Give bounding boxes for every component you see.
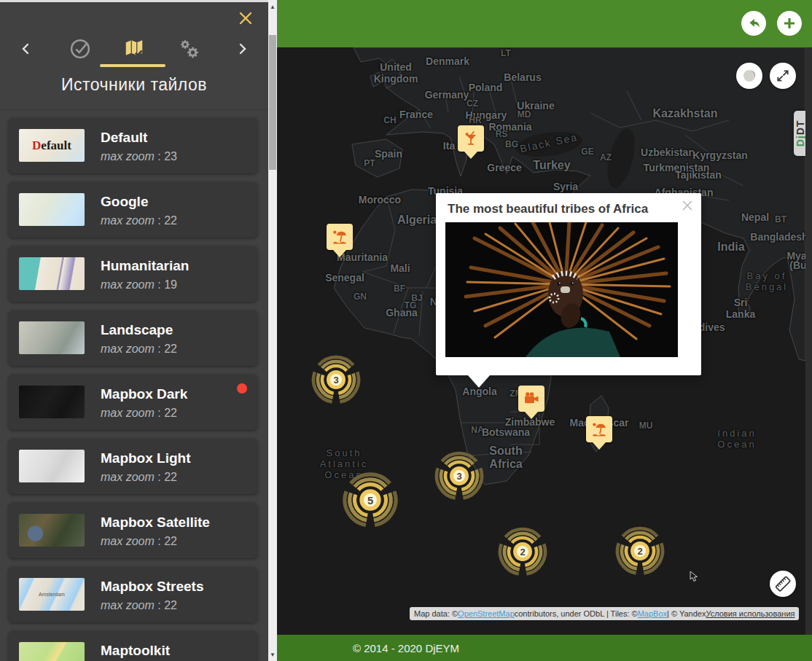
popup-close-button[interactable] xyxy=(681,199,694,212)
popup-photo xyxy=(445,222,678,357)
tile-source-title: Mapbox Dark xyxy=(101,386,187,402)
tile-source-maxzoom: max zoom : 22 xyxy=(101,599,177,612)
tile-source-maxzoom: max zoom : 22 xyxy=(101,343,177,356)
cluster-count: 5 xyxy=(367,494,373,506)
chevron-right-icon xyxy=(237,42,249,56)
gears-icon xyxy=(177,37,200,60)
tile-source-title: Landscape xyxy=(101,322,173,338)
cluster-marker[interactable]: 2 xyxy=(614,525,665,576)
check-circle-icon xyxy=(69,38,91,60)
cluster-marker[interactable]: 3 xyxy=(434,450,485,501)
tile-source-maxzoom: max zoom : 22 xyxy=(101,214,177,227)
marker-videocam[interactable] xyxy=(518,386,544,412)
cluster-count: 2 xyxy=(520,547,525,558)
locate-button[interactable] xyxy=(736,63,762,89)
tile-source-maxzoom: max zoom : 19 xyxy=(101,278,177,292)
popup-title: The most beautiful tribes of Africa xyxy=(448,202,648,216)
tile-preview: Amsterdam xyxy=(19,578,85,611)
tile-source-card-google[interactable]: Google max zoom : 22 xyxy=(9,182,257,238)
tab-settings[interactable] xyxy=(176,36,201,61)
debug-toolbar-label: Dj xyxy=(795,135,805,146)
plus-icon xyxy=(781,15,797,31)
tile-source-card-mapbox-light[interactable]: Mapbox Light max zoom : 22 xyxy=(9,439,257,494)
close-icon xyxy=(238,10,254,26)
panel-title: Источники тайлов xyxy=(0,75,268,95)
tile-source-card-humanitarian[interactable]: Humanitarian max zoom : 19 xyxy=(9,246,257,302)
close-icon xyxy=(681,199,694,212)
tab-select-markers[interactable] xyxy=(68,36,93,61)
scroll-down-arrow[interactable]: ▼ xyxy=(268,649,277,660)
tile-source-title: Default xyxy=(101,130,147,146)
tile-preview xyxy=(19,642,85,661)
panel-tabs xyxy=(0,35,268,63)
beach-umbrella-icon xyxy=(332,229,348,245)
tribal-portrait-image xyxy=(445,222,678,357)
map-attribution: Map data: © OpenStreetMap contributors, … xyxy=(410,607,799,620)
cocktail-icon xyxy=(463,130,479,146)
openstreetmap-link[interactable]: OpenStreetMap xyxy=(458,609,515,618)
scrollbar-thumb[interactable] xyxy=(269,35,276,170)
video-camera-icon xyxy=(523,391,539,407)
measure-button[interactable] xyxy=(770,571,796,597)
fullscreen-button[interactable] xyxy=(770,63,796,89)
attribution-text: | © Yandex xyxy=(667,609,706,618)
beach-umbrella-icon xyxy=(591,421,607,437)
active-source-indicator xyxy=(237,383,247,394)
attribution-text: Map data: © xyxy=(414,609,458,618)
cluster-count: 2 xyxy=(637,546,642,557)
expand-arrows-icon xyxy=(776,69,790,83)
tile-preview xyxy=(19,257,85,290)
add-button[interactable] xyxy=(777,11,802,36)
mapbox-link[interactable]: MapBox xyxy=(638,609,667,618)
page-gutter xyxy=(805,47,812,635)
tile-source-card-maptoolkit[interactable]: Maptoolkit max zoom xyxy=(9,631,257,661)
undo-arrow-icon xyxy=(746,15,762,31)
cluster-count: 3 xyxy=(456,471,461,482)
debug-toolbar-handle[interactable]: DjDT xyxy=(794,111,805,156)
tile-preview xyxy=(19,321,85,354)
tile-source-maxzoom: max zoom : 22 xyxy=(101,407,177,420)
marker-beach[interactable] xyxy=(327,224,353,250)
cluster-count: 3 xyxy=(333,375,338,386)
panel-close-button[interactable] xyxy=(238,10,254,26)
map-check-icon xyxy=(123,38,145,60)
globe-icon xyxy=(741,68,757,84)
cluster-marker[interactable]: 5 xyxy=(341,471,399,528)
active-tab-underline xyxy=(100,64,165,67)
tile-source-title: Maptoolkit xyxy=(101,643,170,659)
marker-beach[interactable] xyxy=(586,416,612,442)
copyright-text: © 2014 - 2020 DjEYM xyxy=(353,642,459,654)
scroll-up-arrow[interactable]: ▲ xyxy=(268,1,277,12)
tile-source-card-mapbox-dark[interactable]: Mapbox Dark max zoom : 22 xyxy=(9,375,257,430)
tile-preview: Default xyxy=(19,129,85,162)
tabs-scroll-left-button[interactable] xyxy=(13,36,38,61)
tile-preview xyxy=(19,386,85,418)
panel-top-edge xyxy=(0,0,268,2)
map-popup: The most beautiful tribes of Africa xyxy=(436,193,701,375)
sidebar-scrollbar[interactable]: ▲ ▼ xyxy=(268,0,277,661)
ruler-icon xyxy=(774,575,792,592)
map-canvas[interactable]: United Kingdom Denmark LT Belarus Poland… xyxy=(277,47,805,635)
tile-source-maxzoom: max zoom : 23 xyxy=(101,150,177,163)
tile-source-title: Mapbox Satellite xyxy=(101,515,210,531)
tile-source-card-default[interactable]: Default Default max zoom : 23 xyxy=(9,118,257,173)
divider xyxy=(0,109,268,110)
tab-tile-sources[interactable] xyxy=(122,36,147,61)
cluster-marker[interactable]: 2 xyxy=(497,526,548,577)
tile-source-title: Mapbox Light xyxy=(101,450,190,466)
tile-source-card-mapbox-satellite[interactable]: Mapbox Satellite max zoom : 22 xyxy=(9,503,257,558)
tile-source-title: Google xyxy=(101,194,148,210)
tabs-scroll-right-button[interactable] xyxy=(230,36,255,61)
tile-source-title: Humanitarian xyxy=(101,258,189,274)
marker-cocktail[interactable] xyxy=(458,125,484,152)
cluster-marker[interactable]: 3 xyxy=(311,354,362,405)
yandex-terms-link[interactable]: Условия использования xyxy=(706,609,795,618)
tile-source-card-mapbox-streets[interactable]: Amsterdam Mapbox Streets max zoom : 22 xyxy=(9,567,257,622)
back-button[interactable] xyxy=(741,11,766,36)
tile-preview xyxy=(19,193,85,226)
tile-preview xyxy=(19,450,85,482)
tile-source-title: Mapbox Streets xyxy=(101,579,203,595)
tile-sources-panel: Источники тайлов Default Default max zoo… xyxy=(0,0,277,661)
tile-source-maxzoom: max zoom : 22 xyxy=(101,471,177,484)
tile-source-card-landscape[interactable]: Landscape max zoom : 22 xyxy=(9,310,257,366)
